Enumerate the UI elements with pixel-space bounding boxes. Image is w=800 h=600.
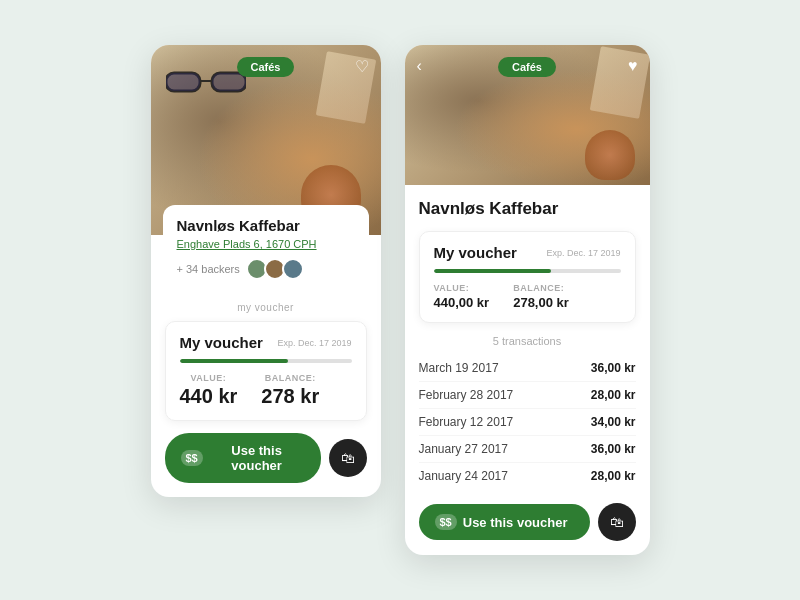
transactions-section: 5 transactions March 19 2017 36,00 kr Fe… [419, 335, 636, 489]
transaction-amount-2: 28,00 kr [591, 388, 636, 402]
card-1-info: Navnløs Kaffebar Enghave Plads 6, 1670 C… [163, 205, 369, 292]
favorite-icon-2[interactable]: ♥ [628, 57, 638, 75]
voucher-exp-1: Exp. Dec. 17 2019 [277, 338, 351, 348]
voucher-title-2: My voucher [434, 244, 517, 261]
cafe-badge-2: Cafés [498, 57, 556, 77]
backers-count-1: + 34 backers [177, 263, 240, 275]
dollar-icon-2: $$ [435, 514, 457, 530]
transaction-row-3: February 12 2017 34,00 kr [419, 409, 636, 436]
cafe-badge-1: Cafés [237, 57, 295, 77]
voucher-header-2: My voucher Exp. Dec. 17 2019 [434, 244, 621, 261]
svg-rect-5 [166, 73, 200, 91]
transaction-amount-5: 28,00 kr [591, 469, 636, 483]
value-label-2: VALUE: [434, 283, 490, 293]
dollar-icon-1: $$ [181, 450, 203, 466]
transaction-date-1: March 19 2017 [419, 361, 499, 375]
transaction-date-5: January 24 2017 [419, 469, 508, 483]
balance-group-1: BALANCE: 278 kr [261, 373, 319, 408]
balance-group-2: BALANCE: 278,00 kr [513, 283, 569, 310]
action-row-2: $$ Use this voucher 🛍 [405, 503, 650, 555]
back-arrow-icon[interactable]: ‹ [417, 57, 422, 75]
voucher-progress-bar-2 [434, 269, 621, 273]
balance-amount-1: 278 kr [261, 385, 319, 408]
avatar-group-1 [246, 258, 304, 280]
use-voucher-button-1[interactable]: $$ Use this voucher [165, 433, 321, 483]
use-voucher-button-2[interactable]: $$ Use this voucher [419, 504, 590, 540]
basket-button-1[interactable]: 🛍 [329, 439, 367, 477]
voucher-card-1: My voucher Exp. Dec. 17 2019 VALUE: 440 … [165, 321, 367, 421]
transaction-row-2: February 28 2017 28,00 kr [419, 382, 636, 409]
card-1: Cafés ♡ Navnløs Kaffebar Enghave Plads 6… [151, 45, 381, 497]
balance-label-1: BALANCE: [261, 373, 319, 383]
voucher-section-1: my voucher My voucher Exp. Dec. 17 2019 … [151, 292, 381, 421]
transaction-amount-4: 36,00 kr [591, 442, 636, 456]
transaction-amount-1: 36,00 kr [591, 361, 636, 375]
voucher-progress-fill-1 [180, 359, 288, 363]
voucher-header-1: My voucher Exp. Dec. 17 2019 [180, 334, 352, 351]
transactions-count: 5 transactions [419, 335, 636, 347]
use-voucher-label-1: Use this voucher [209, 443, 305, 473]
book-decoration-2 [589, 46, 649, 119]
basket-button-2[interactable]: 🛍 [598, 503, 636, 541]
card-2-image: Cafés ‹ ♥ [405, 45, 650, 185]
transaction-row-5: January 24 2017 28,00 kr [419, 463, 636, 489]
balance-amount-2: 278,00 kr [513, 295, 569, 310]
value-label-1: VALUE: [180, 373, 238, 383]
card-2-content: Navnløs Kaffebar My voucher Exp. Dec. 17… [405, 185, 650, 503]
voucher-values-2: VALUE: 440,00 kr BALANCE: 278,00 kr [434, 283, 621, 310]
use-voucher-label-2: Use this voucher [463, 515, 568, 530]
voucher-exp-2: Exp. Dec. 17 2019 [546, 248, 620, 258]
voucher-card-2: My voucher Exp. Dec. 17 2019 VALUE: 440,… [419, 231, 636, 323]
coffee-decoration-2 [585, 130, 635, 180]
transaction-row-1: March 19 2017 36,00 kr [419, 355, 636, 382]
cafe-address-1: Enghave Plads 6, 1670 CPH [177, 238, 355, 250]
value-amount-1: 440 kr [180, 385, 238, 408]
transaction-amount-3: 34,00 kr [591, 415, 636, 429]
voucher-values-1: VALUE: 440 kr BALANCE: 278 kr [180, 373, 352, 408]
card-2: Cafés ‹ ♥ Navnløs Kaffebar My voucher Ex… [405, 45, 650, 555]
cafe-name-2: Navnløs Kaffebar [419, 199, 636, 219]
glasses-decoration [166, 65, 246, 95]
transaction-date-4: January 27 2017 [419, 442, 508, 456]
backers-row-1: + 34 backers [177, 258, 355, 280]
svg-rect-6 [212, 73, 246, 91]
value-amount-2: 440,00 kr [434, 295, 490, 310]
voucher-label-1: my voucher [165, 302, 367, 313]
action-row-1: $$ Use this voucher 🛍 [151, 433, 381, 497]
cafe-name-1: Navnløs Kaffebar [177, 217, 355, 234]
balance-label-2: BALANCE: [513, 283, 569, 293]
value-group-2: VALUE: 440,00 kr [434, 283, 490, 310]
transaction-date-2: February 28 2017 [419, 388, 514, 402]
transaction-row-4: January 27 2017 36,00 kr [419, 436, 636, 463]
voucher-progress-fill-2 [434, 269, 552, 273]
favorite-icon-1[interactable]: ♡ [355, 57, 369, 76]
voucher-progress-bar-1 [180, 359, 352, 363]
avatar-3 [282, 258, 304, 280]
value-group-1: VALUE: 440 kr [180, 373, 238, 408]
transaction-date-3: February 12 2017 [419, 415, 514, 429]
voucher-title-1: My voucher [180, 334, 263, 351]
